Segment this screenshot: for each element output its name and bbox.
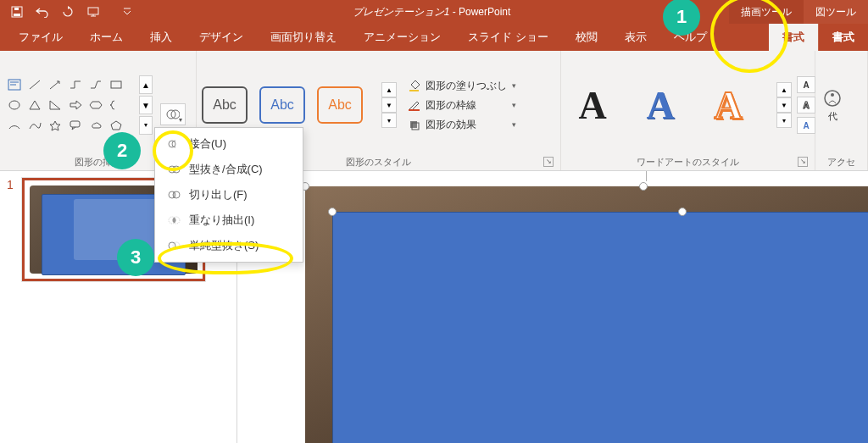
styles-more-icon[interactable]: ▾ — [381, 113, 397, 128]
shape-arrow-icon[interactable] — [66, 96, 85, 114]
shape-outline-label: 図形の枠線 — [426, 98, 476, 113]
shape-brace-icon[interactable] — [107, 96, 125, 114]
wordart-dialog-launcher-icon[interactable]: ↘ — [798, 157, 808, 167]
tab-design[interactable]: デザイン — [186, 24, 257, 51]
shape-cloud-icon[interactable] — [86, 116, 105, 135]
merge-intersect[interactable]: 重なり抽出(I) — [155, 208, 303, 233]
contextual-tab-picture-tools[interactable]: 図ツール — [804, 0, 868, 24]
text-fill-icon[interactable]: A — [797, 76, 815, 93]
shape-line-icon[interactable] — [25, 75, 44, 94]
group-wordart-styles: A A A ▲ ▼ ▾ A A A ワードアートのスタイル ↘ — [561, 51, 815, 170]
menu-label: 重なり抽出(I) — [189, 213, 254, 228]
text-effects-icon[interactable]: A — [797, 117, 815, 134]
selection-handle[interactable] — [328, 208, 337, 216]
svg-point-8 — [9, 101, 19, 109]
group-accessibility: 代 アクセ — [815, 51, 868, 170]
start-from-beginning-icon[interactable] — [86, 5, 100, 19]
shape-line-arrow-icon[interactable] — [46, 75, 64, 94]
qat-customize-icon[interactable] — [120, 5, 134, 19]
quick-access-toolbar — [0, 5, 134, 19]
merge-shapes-dropdown: 接合(U) 型抜き/合成(C) 切り出し(F) 重なり抽出(I) 単純型抜き(S… — [154, 127, 303, 263]
undo-icon[interactable] — [36, 5, 49, 19]
pen-icon — [407, 98, 420, 112]
svg-rect-13 — [409, 109, 420, 111]
shape-pent-icon[interactable] — [107, 116, 125, 135]
shapes-gallery-more-icon[interactable]: ▾ — [139, 116, 153, 135]
shape-rtriangle-icon[interactable] — [46, 96, 64, 114]
group-label-accessibility: アクセ — [821, 154, 862, 169]
wordart-preset-1[interactable]: A — [566, 79, 619, 131]
shape-connector2-icon[interactable] — [86, 75, 105, 94]
shape-effects-label: 図形の効果 — [426, 118, 476, 132]
tab-animations[interactable]: アニメーション — [350, 24, 454, 51]
tab-transitions[interactable]: 画面切り替え — [257, 24, 350, 51]
shape-oval-icon[interactable] — [5, 96, 24, 114]
contextual-tab-area: 描画ツール 図ツール — [729, 0, 868, 24]
style-preset-2[interactable]: Abc — [259, 86, 305, 124]
shape-outline-menu[interactable]: 図形の枠線 ▾ — [407, 98, 516, 113]
menu-label: 接合(U) — [189, 136, 226, 152]
rotation-connector — [646, 171, 647, 181]
merge-shapes-button[interactable]: ▾ — [160, 103, 186, 125]
shapes-gallery-up-icon[interactable]: ▲ — [139, 75, 153, 94]
shape-star-icon[interactable] — [46, 116, 64, 135]
styles-down-icon[interactable]: ▼ — [381, 97, 397, 113]
shape-styles-dialog-launcher-icon[interactable]: ↘ — [543, 157, 554, 167]
style-preset-3[interactable]: Abc — [317, 86, 363, 124]
merge-subtract[interactable]: 単純型抜き(S) — [155, 233, 303, 258]
merge-combine[interactable]: 型抜き/合成(C) — [155, 157, 303, 182]
svg-line-5 — [30, 80, 40, 89]
shape-connector-icon[interactable] — [66, 75, 85, 94]
shape-triangle-icon[interactable] — [25, 96, 44, 114]
group-label-wordart: ワードアートのスタイル ↘ — [566, 154, 810, 169]
wordart-down-icon[interactable]: ▼ — [776, 97, 792, 113]
shapes-gallery[interactable] — [5, 75, 137, 135]
fragment-icon — [167, 188, 181, 202]
shape-fill-label: 図形の塗りつぶし — [426, 79, 507, 93]
alt-text-button[interactable]: 代 — [821, 85, 844, 126]
shape-rect-icon[interactable] — [107, 75, 125, 94]
slide-canvas[interactable]: ⟳ — [237, 171, 868, 443]
window-title: プレゼンテーション1 - PowerPoint — [134, 5, 729, 19]
shape-effects-menu[interactable]: 図形の効果 ▾ — [407, 118, 516, 132]
selected-rectangle-shape[interactable] — [332, 212, 868, 443]
tab-picture-format[interactable]: 書式 — [818, 24, 868, 51]
workspace: 1 ⟳ — [0, 171, 868, 443]
svg-rect-2 — [14, 8, 19, 10]
title-bar: プレゼンテーション1 - PowerPoint 描画ツール 図ツール — [0, 0, 868, 24]
tab-view[interactable]: 表示 — [611, 24, 660, 51]
text-outline-icon[interactable]: A — [797, 97, 815, 114]
wordart-more-icon[interactable]: ▾ — [776, 113, 792, 128]
tab-slideshow[interactable]: スライド ショー — [454, 24, 562, 51]
shape-arc-icon[interactable] — [5, 116, 24, 135]
effects-icon — [407, 118, 420, 131]
shape-curve-icon[interactable] — [25, 116, 44, 135]
shape-textbox-icon[interactable] — [5, 75, 24, 94]
selection-handle[interactable] — [639, 182, 648, 191]
contextual-tab-drawing-tools[interactable]: 描画ツール — [729, 0, 804, 24]
styles-up-icon[interactable]: ▲ — [381, 82, 397, 97]
svg-rect-7 — [111, 81, 121, 88]
wordart-preset-3[interactable]: A — [702, 79, 754, 131]
svg-rect-3 — [88, 8, 98, 14]
combine-icon — [167, 163, 181, 176]
shapes-gallery-down-icon[interactable]: ▼ — [139, 96, 153, 114]
tab-insert[interactable]: 挿入 — [136, 24, 186, 51]
selection-handle[interactable] — [678, 208, 687, 216]
tab-help[interactable]: ヘルプ — [660, 24, 721, 51]
svg-rect-1 — [14, 14, 20, 16]
merge-union[interactable]: 接合(U) — [155, 131, 303, 157]
shape-fill-menu[interactable]: 図形の塗りつぶし ▾ — [407, 79, 516, 93]
shape-hex-icon[interactable] — [86, 96, 105, 114]
save-icon[interactable] — [10, 5, 24, 19]
wordart-preset-2[interactable]: A — [634, 79, 687, 131]
tab-drawing-format[interactable]: 書式 — [769, 24, 818, 51]
merge-fragment[interactable]: 切り出し(F) — [155, 182, 303, 208]
wordart-up-icon[interactable]: ▲ — [776, 82, 792, 97]
tab-review[interactable]: 校閲 — [562, 24, 611, 51]
redo-icon[interactable] — [61, 5, 75, 19]
tab-home[interactable]: ホーム — [76, 24, 136, 51]
shape-callout-icon[interactable] — [66, 116, 85, 135]
style-preset-1[interactable]: Abc — [202, 86, 248, 124]
tab-file[interactable]: ファイル — [5, 24, 76, 51]
